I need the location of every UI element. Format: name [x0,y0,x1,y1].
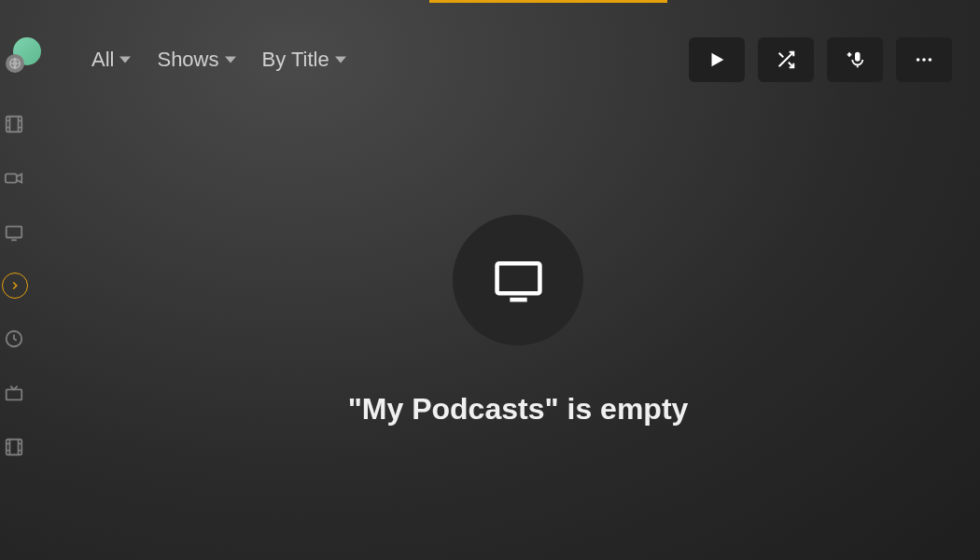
svg-point-10 [929,58,932,62]
filter-all[interactable]: All [91,48,131,72]
play-icon [707,49,727,70]
globe-icon [6,54,24,73]
live-tv-icon[interactable] [0,379,28,407]
filter-shows-label: Shows [157,48,218,72]
podcast-icon[interactable] [2,273,28,299]
add-mic-icon [845,49,865,70]
empty-state-icon-circle [453,215,583,345]
video-camera-icon[interactable] [0,164,28,192]
toolbar: All Shows By Title [56,0,980,82]
svg-rect-5 [7,389,22,399]
svg-rect-1 [7,117,22,133]
chevron-down-icon [225,54,236,65]
main-content: All Shows By Title [56,0,980,560]
chevron-down-icon [119,54,131,65]
user-avatar[interactable] [13,37,41,65]
filter-all-label: All [91,48,114,72]
chevron-down-icon [335,54,346,65]
svg-rect-6 [7,440,22,455]
play-button[interactable] [689,37,745,82]
empty-state-message: "My Podcasts" is empty [348,392,689,427]
clock-icon[interactable] [0,325,28,353]
svg-point-9 [922,58,926,62]
action-bar [689,37,952,82]
filter-sort-label: By Title [262,48,329,72]
shuffle-icon [776,49,796,70]
filter-sort[interactable]: By Title [262,48,346,72]
sidebar [0,0,28,560]
svg-point-8 [917,58,920,62]
svg-rect-7 [855,52,861,62]
empty-state: "My Podcasts" is empty [56,215,980,427]
monitor-icon [493,255,544,306]
svg-rect-11 [497,263,539,293]
more-icon [914,49,934,70]
add-podcast-button[interactable] [827,37,883,82]
more-button[interactable] [896,37,952,82]
movies-icon[interactable] [0,433,28,461]
svg-rect-3 [7,227,22,238]
svg-rect-2 [6,174,17,182]
shuffle-button[interactable] [758,37,814,82]
filter-shows[interactable]: Shows [157,48,235,72]
filter-bar: All Shows By Title [91,48,346,72]
tv-icon[interactable] [0,218,28,246]
film-icon[interactable] [0,110,28,138]
